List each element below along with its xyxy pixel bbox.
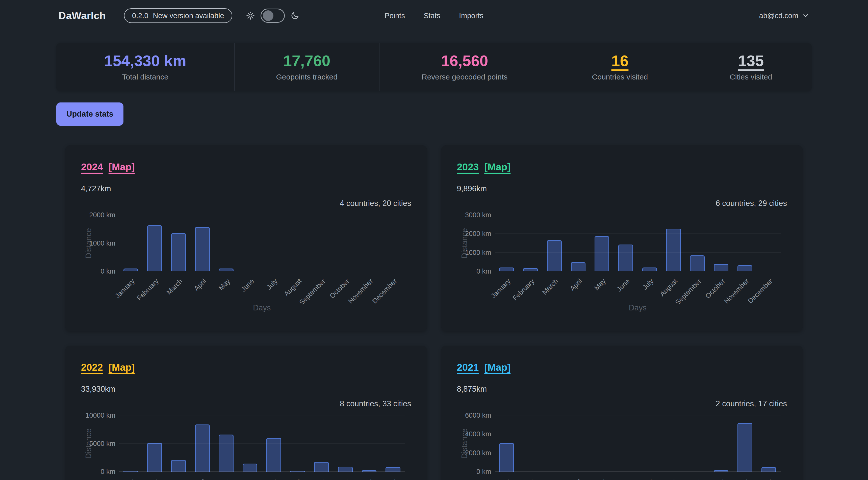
bar-slot-october [709,415,733,472]
y-tick-6000-km: 6000 km [457,412,491,419]
gridline [495,233,781,234]
x-tick-september: September [298,478,327,480]
bar-slot-november [733,415,757,472]
year-cards-grid: 2024 [Map] 4,727km 4 countries, 20 citie… [56,146,812,480]
bar-november [738,423,752,472]
chart-plot-area [495,215,781,271]
bar-slot-march [542,215,566,271]
y-tick-0-km: 0 km [457,468,491,476]
bar-august [666,229,681,271]
bar-slot-january [119,415,143,472]
map-link-2023[interactable]: [Map] [484,161,510,172]
y-tick-10000-km: 10000 km [81,412,115,419]
stats-panel: 154,330 km Total distance 17,760 Geopoin… [56,43,812,91]
app-logo[interactable]: DaWarIch [59,10,106,22]
bar-slot-december [757,215,781,271]
y-tick-4000-km: 4000 km [457,430,491,438]
year-card-2022: 2022 [Map] 33,930km 8 countries, 33 citi… [65,346,427,480]
moon-icon [290,11,300,20]
update-stats-button[interactable]: Update stats [56,102,123,126]
version-text: New version available [153,11,224,20]
bar-slot-december [757,415,781,472]
stat-label: Countries visited [592,73,648,81]
x-tick-march: March [165,478,184,480]
stat-total-distance: 154,330 km Total distance [56,43,234,91]
stat-countries-visited: 16 Countries visited [550,43,690,91]
bar-slot-october [333,415,357,472]
x-tick-may: May [217,277,232,292]
chart-plot-area [119,415,405,472]
map-link-2022[interactable]: [Map] [108,362,135,373]
bar-slot-february [519,215,542,271]
map-link-2024[interactable]: [Map] [108,161,135,172]
map-link-2021[interactable]: [Map] [484,362,510,373]
version-badge[interactable]: 0.2.0 New version available [124,8,232,23]
chart-plot-area [119,215,405,271]
bar-slot-march [542,415,566,472]
bar-slot-june [614,415,638,472]
stat-reverse-geocoded-points: 16,560 Reverse geocoded points [379,43,550,91]
bar-slot-august [286,415,310,472]
bar-slot-april [190,215,214,271]
x-tick-october: October [328,277,351,300]
gridline [119,415,405,415]
x-tick-july: July [265,277,279,291]
stat-value-countries-visited[interactable]: 16 [611,53,628,69]
gridline [119,243,405,243]
bar-slot-july [638,215,661,271]
year-distance: 4,727km [81,184,411,193]
bar-march [547,240,562,271]
year-card-2024: 2024 [Map] 4,727km 4 countries, 20 citie… [65,146,427,331]
user-menu[interactable]: ab@cd.com [759,11,809,20]
chevron-down-icon [802,12,809,20]
bar-slot-august [661,415,685,472]
stat-geopoints-tracked: 17,760 Geopoints tracked [234,43,379,91]
year-link-2024[interactable]: 2024 [81,161,103,172]
year-distance: 9,896km [457,184,787,193]
x-tick-october: October [328,478,351,480]
gridline [119,443,405,444]
x-tick-april: April [568,277,584,292]
x-tick-july: July [641,277,655,291]
bar-september [314,462,329,472]
bar-slot-june [238,215,262,271]
y-tick-0-km: 0 km [457,267,491,275]
year-summary: 4 countries, 20 cities [81,199,411,208]
gridline [495,434,781,434]
bar-slot-november [357,415,381,472]
y-tick-2000-km: 2000 km [457,230,491,237]
bar-january [499,267,514,271]
bar-slot-september [685,415,709,472]
bar-april [571,262,586,271]
bar-february [523,268,538,271]
bar-slot-december [381,415,405,472]
x-axis-title: Days [495,303,781,313]
theme-toggle[interactable] [260,8,285,23]
bar-september [690,255,705,271]
bar-slot-april [566,215,590,271]
theme-switcher [246,8,300,23]
x-tick-may: May [593,277,608,292]
year-link-2023[interactable]: 2023 [457,161,479,172]
y-tick-1000-km: 1000 km [457,249,491,256]
bar-slot-may [214,415,238,472]
x-tick-january: January [490,277,512,300]
bar-march [171,233,186,271]
bar-slot-march [167,215,190,271]
chart-plot-area [495,415,781,472]
x-tick-june: June [615,478,631,480]
nav-imports[interactable]: Imports [459,11,484,20]
year-card-2021: 2021 [Map] 8,875km 2 countries, 17 citie… [441,346,803,480]
bar-november [738,265,752,271]
nav-stats[interactable]: Stats [424,11,440,20]
bar-slot-september [685,215,709,271]
x-tick-october: October [704,478,726,480]
x-tick-march: March [541,478,560,480]
y-tick-0-km: 0 km [81,267,115,275]
year-link-2021[interactable]: 2021 [457,362,479,373]
stat-value-cities-visited[interactable]: 135 [738,53,764,69]
user-email: ab@cd.com [759,11,798,20]
nav-points[interactable]: Points [384,11,405,20]
year-link-2022[interactable]: 2022 [81,362,103,373]
y-axis-title: Distance [460,415,469,472]
